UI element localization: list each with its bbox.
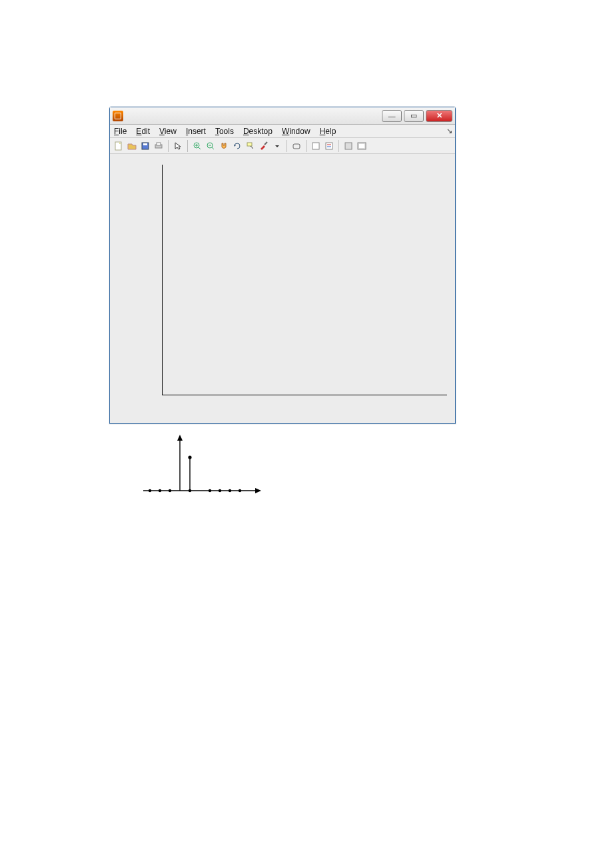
- menu-bar: File Edit View Insert Tools Desktop Wind…: [110, 125, 455, 138]
- zoom-in-icon[interactable]: [191, 140, 203, 152]
- rotate-icon[interactable]: [231, 140, 243, 152]
- svg-line-10: [212, 147, 214, 149]
- svg-rect-16: [312, 143, 319, 149]
- open-icon[interactable]: [126, 140, 138, 152]
- svg-line-6: [199, 147, 201, 149]
- show-tools-icon[interactable]: [356, 140, 368, 152]
- new-icon[interactable]: [113, 140, 125, 152]
- axis-box: [162, 165, 447, 395]
- svg-line-14: [265, 142, 267, 145]
- menu-window[interactable]: Window: [282, 127, 310, 136]
- minimize-button[interactable]: —: [382, 110, 402, 122]
- svg-rect-20: [345, 143, 352, 149]
- window-titlebar: — ▭ ✕: [110, 107, 455, 125]
- svg-point-26: [159, 489, 161, 492]
- impulse-diagram: [133, 431, 267, 504]
- svg-point-30: [219, 489, 221, 492]
- window-controls: — ▭ ✕: [382, 110, 452, 122]
- svg-point-27: [169, 489, 171, 492]
- brush-icon[interactable]: [258, 140, 270, 152]
- menu-desktop[interactable]: Desktop: [243, 127, 273, 136]
- svg-point-25: [149, 489, 151, 492]
- menu-insert[interactable]: Insert: [186, 127, 206, 136]
- colorbar-icon[interactable]: [310, 140, 322, 152]
- toolbar: [110, 138, 455, 154]
- hide-tools-icon[interactable]: [342, 140, 354, 152]
- pointer-icon[interactable]: [172, 140, 184, 152]
- svg-rect-2: [143, 143, 147, 145]
- dropdown-icon[interactable]: [271, 140, 283, 152]
- legend-icon[interactable]: [323, 140, 335, 152]
- svg-rect-17: [326, 143, 332, 149]
- svg-rect-15: [293, 144, 300, 149]
- figure-body: [110, 154, 455, 423]
- pan-icon[interactable]: [218, 140, 230, 152]
- svg-point-32: [239, 489, 241, 492]
- menu-file[interactable]: File: [114, 127, 127, 136]
- menu-tools[interactable]: Tools: [215, 127, 234, 136]
- print-icon[interactable]: [153, 140, 165, 152]
- svg-line-13: [251, 146, 253, 149]
- link-icon[interactable]: [291, 140, 303, 152]
- plot-area: [115, 161, 450, 414]
- menu-view[interactable]: View: [159, 127, 177, 136]
- datacursor-icon[interactable]: [245, 140, 257, 152]
- svg-point-34: [188, 455, 191, 459]
- svg-rect-4: [157, 143, 161, 145]
- save-icon[interactable]: [139, 140, 151, 152]
- svg-point-29: [209, 489, 211, 492]
- svg-rect-12: [247, 143, 252, 146]
- svg-point-31: [229, 489, 231, 492]
- menu-help[interactable]: Help: [320, 127, 336, 136]
- impulse-diagram-svg: [133, 431, 267, 504]
- svg-rect-22: [359, 144, 364, 148]
- dock-icon[interactable]: ↘: [446, 127, 452, 135]
- close-button[interactable]: ✕: [426, 110, 452, 122]
- matlab-icon: [113, 111, 123, 121]
- maximize-button[interactable]: ▭: [404, 110, 424, 122]
- menu-edit[interactable]: Edit: [136, 127, 150, 136]
- zoom-out-icon[interactable]: [205, 140, 217, 152]
- matlab-figure-window: — ▭ ✕ File Edit View Insert Tools Deskto…: [109, 107, 456, 424]
